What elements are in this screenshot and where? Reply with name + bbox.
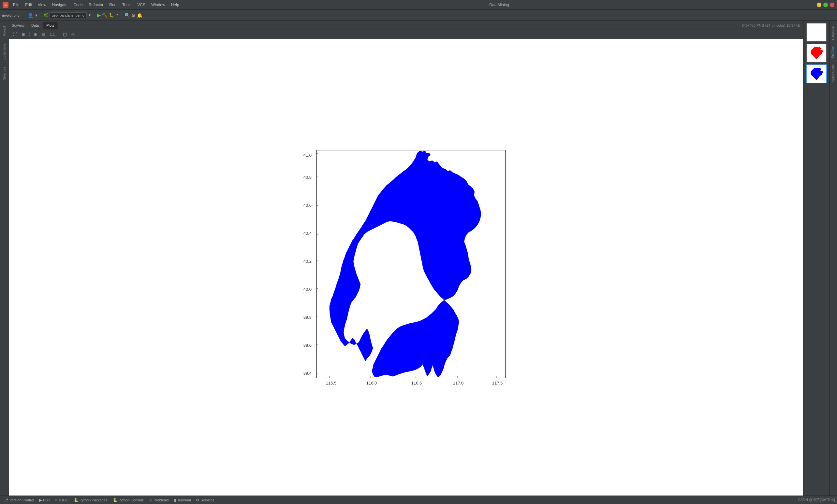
menu-navigate[interactable]: Navigate — [50, 2, 70, 8]
zoom-out-icon[interactable]: ⊖ — [40, 31, 47, 37]
todo-button[interactable]: ≡ TODO — [53, 497, 70, 503]
grid-view-icon[interactable]: ⊞ — [20, 31, 27, 37]
app-title: DataMining — [181, 3, 817, 7]
version-control-icon: ⎇ — [4, 498, 8, 502]
database-tab[interactable]: Database — [831, 23, 836, 43]
menu-code[interactable]: Code — [71, 2, 85, 8]
y-label-410: 41.0 — [303, 153, 311, 157]
services-label: Services — [200, 498, 214, 502]
python-console-label: Python Console — [119, 498, 144, 502]
notifications-button[interactable]: 🔔 — [137, 13, 142, 18]
main-layout: Project Bookmarks Structure SciView: Dat… — [0, 21, 837, 496]
close-button[interactable] — [830, 3, 834, 7]
python-console-icon: 🐍 — [113, 498, 118, 502]
toolbar-dropdown-arrow[interactable]: ▼ — [35, 13, 38, 17]
terminal-label: Terminal — [177, 498, 191, 502]
run-panel-button[interactable]: ▶ Run — [37, 497, 52, 503]
pen-icon[interactable]: ✏ — [70, 31, 76, 37]
sciview-tabs: SciView: Data Plots 640x480 PNG (24-bit … — [9, 21, 803, 30]
y-label-394: 39.4 — [303, 371, 311, 376]
right-panel — [803, 21, 829, 496]
left-sidebar: Project Bookmarks Structure — [0, 21, 9, 496]
thumbnail-red-map — [808, 45, 825, 60]
y-label-404: 40.4 — [303, 231, 311, 236]
menu-edit[interactable]: Edit — [22, 2, 35, 8]
version-control-button[interactable]: ⎇ Version Control — [2, 497, 36, 503]
python-packages-button[interactable]: 🐍 Python Packages — [72, 497, 109, 503]
title-bar: C File Edit View Navigate Code Refactor … — [0, 0, 837, 10]
thumbnail-blue-map — [808, 67, 825, 81]
y-label-406: 40.6 — [303, 203, 311, 208]
thumbnail-2[interactable] — [806, 44, 827, 62]
sciview-tab[interactable]: SciView — [830, 44, 836, 60]
run-config-name[interactable]: geo_pandans_demo — [50, 12, 87, 18]
menu-run[interactable]: Run — [107, 2, 119, 8]
main-toolbar: myplot.png 👤 ▼ 🌿 geo_pandans_demo ▼ ▶ 🔨 … — [0, 10, 837, 21]
toolbar-separator-4 — [122, 12, 122, 19]
notifications-tab[interactable]: Notifications — [831, 62, 836, 85]
zoom-in-icon[interactable]: ⊕ — [32, 31, 38, 37]
y-label-398: 39.8 — [303, 315, 311, 320]
watermark-text: CSDN @海茫[MATRIX] — [798, 498, 835, 502]
maximize-button[interactable] — [823, 3, 828, 7]
terminal-icon: ▮ — [174, 498, 176, 502]
plot-container: 39.4 39.6 39.8 40.0 40.2 40.4 40.6 40.8 … — [227, 134, 585, 401]
terminal-button[interactable]: ▮ Terminal — [172, 497, 193, 503]
sciview-label: SciView: — [12, 23, 25, 27]
tab-plots[interactable]: Plots — [43, 22, 58, 29]
menu-vcs[interactable]: VCS — [135, 2, 148, 8]
menu-file[interactable]: File — [11, 2, 22, 8]
window-controls — [817, 3, 834, 7]
python-packages-icon: 🐍 — [74, 498, 78, 502]
run-config-arrow[interactable]: ▼ — [88, 13, 91, 17]
frame-icon[interactable]: ▢ — [61, 31, 68, 37]
run-panel-icon: ▶ — [39, 498, 42, 502]
menu-help[interactable]: Help — [168, 2, 182, 8]
sidebar-bookmarks-tab[interactable]: Bookmarks — [1, 41, 7, 62]
file-name-display: myplot.png — [2, 13, 20, 17]
beijing-map-plot: 39.4 39.6 39.8 40.0 40.2 40.4 40.6 40.8 … — [299, 144, 514, 391]
settings-button[interactable]: ⚙ — [131, 13, 136, 18]
search-everywhere-button[interactable]: 🔍 — [125, 13, 130, 18]
run-panel-label: Run — [43, 498, 50, 502]
content-area: SciView: Data Plots 640x480 PNG (24-bit … — [9, 21, 803, 496]
debug-button[interactable]: 🐛 — [109, 13, 114, 18]
todo-label: TODO — [58, 498, 68, 502]
menu-window[interactable]: Window — [149, 2, 168, 8]
minimize-button[interactable] — [817, 3, 821, 7]
services-button[interactable]: ⚙ Services — [194, 497, 216, 503]
toolbar-separator-1 — [25, 12, 25, 19]
tab-data[interactable]: Data — [28, 22, 42, 29]
thumbnail-1[interactable] — [806, 23, 827, 42]
img-toolbar-sep-1 — [29, 32, 30, 37]
thumbnail-3[interactable] — [806, 64, 827, 83]
sidebar-project-tab[interactable]: Project — [1, 23, 7, 39]
menu-bar: File Edit View Navigate Code Refactor Ru… — [11, 2, 181, 8]
problems-label: Problems — [154, 498, 168, 502]
version-control-label: Version Control — [10, 498, 34, 502]
services-icon: ⚙ — [196, 498, 199, 502]
problems-icon: ⚠ — [149, 498, 153, 502]
x-label-1155: 115.5 — [326, 380, 337, 386]
python-console-button[interactable]: 🐍 Python Console — [111, 497, 146, 503]
build-button[interactable]: 🔨 — [102, 13, 108, 18]
run-button[interactable]: ▶ — [97, 12, 101, 18]
image-toolbar: ⛶ ⊞ ⊕ ⊖ 1:1 ▢ ✏ — [9, 30, 803, 39]
x-label-1165: 116.5 — [411, 380, 422, 386]
x-label-1170: 117.0 — [453, 380, 464, 386]
x-label-1175: 117.5 — [492, 380, 503, 386]
problems-button[interactable]: ⚠ Problems — [147, 497, 171, 503]
sidebar-structure-tab[interactable]: Structure — [1, 64, 7, 83]
python-packages-label: Python Packages — [79, 498, 108, 502]
y-label-402: 40.2 — [303, 259, 311, 264]
menu-refactor[interactable]: Refactor — [86, 2, 106, 8]
actual-size-button[interactable]: 1:1 — [49, 32, 56, 37]
menu-tools[interactable]: Tools — [120, 2, 134, 8]
refresh-button[interactable]: ↺ — [115, 13, 119, 18]
menu-view[interactable]: View — [35, 2, 49, 8]
toolbar-separator-3 — [94, 12, 94, 19]
fit-to-window-icon[interactable]: ⛶ — [12, 31, 19, 37]
app-icon: C — [3, 2, 8, 8]
bottom-bar: ⎇ Version Control ▶ Run ≡ TODO 🐍 Python … — [0, 496, 837, 504]
toolbar-user-icon[interactable]: 👤 — [28, 13, 33, 18]
